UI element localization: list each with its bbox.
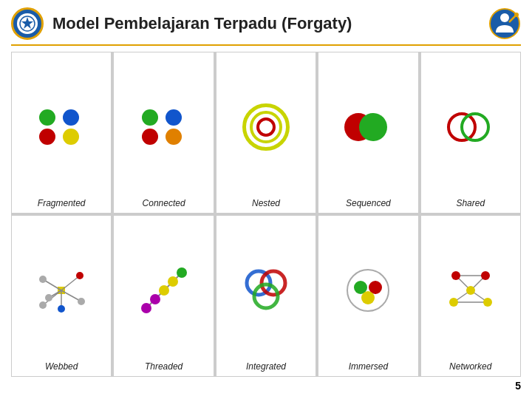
- svg-point-40: [449, 298, 458, 307]
- svg-point-37: [466, 286, 475, 295]
- svg-point-13: [76, 272, 83, 279]
- frag-c1: [39, 109, 55, 126]
- svg-point-22: [168, 276, 178, 287]
- svg-point-38: [451, 271, 460, 280]
- shared-ring-2: [460, 112, 490, 142]
- logo-svg: [18, 15, 36, 33]
- cell-integrated: Integrated: [216, 216, 316, 376]
- cell-shared: Shared: [421, 52, 520, 213]
- header: Model Pembelajaran Terpadu (Forgaty): [11, 7, 521, 46]
- svg-point-17: [45, 294, 52, 301]
- svg-point-23: [177, 267, 187, 278]
- conn-c3: [142, 129, 158, 145]
- fragmented-visual: [39, 109, 83, 145]
- model-grid: Fragmented Connected: [11, 52, 521, 377]
- svg-point-12: [39, 276, 47, 283]
- networked-svg: [445, 267, 497, 314]
- svg-point-19: [141, 303, 151, 313]
- seq-circle-2: [359, 113, 387, 141]
- svg-point-4: [514, 13, 519, 17]
- threaded-svg: [140, 267, 188, 314]
- frag-c2: [63, 109, 79, 126]
- svg-marker-1: [21, 17, 33, 29]
- webbed-label: Webbed: [45, 361, 78, 372]
- cell-immersed: Immersed: [318, 216, 417, 376]
- cell-webbed: Webbed: [12, 216, 111, 376]
- page-title: Model Pembelajaran Terpadu (Forgaty): [52, 14, 480, 33]
- svg-point-41: [483, 298, 492, 307]
- shared-visual: [447, 111, 494, 143]
- networked-visual: [445, 267, 497, 314]
- svg-point-39: [481, 271, 490, 280]
- conn-c2: [166, 109, 182, 126]
- immersed-visual: [344, 267, 392, 314]
- immersed-svg: [344, 267, 392, 314]
- cell-threaded: Threaded: [114, 216, 213, 376]
- svg-point-15: [58, 305, 65, 313]
- svg-point-20: [150, 294, 160, 304]
- cell-connected: Connected: [114, 52, 213, 213]
- cell-networked: Networked: [421, 216, 520, 376]
- integrated-svg: [242, 268, 290, 313]
- nested-ring-inner: [256, 117, 276, 137]
- page: Model Pembelajaran Terpadu (Forgaty) Fra…: [0, 0, 532, 399]
- threaded-label: Threaded: [145, 361, 183, 372]
- frag-c3: [39, 129, 55, 145]
- nested-label: Nested: [252, 198, 280, 208]
- sequenced-label: Sequenced: [346, 198, 391, 208]
- threaded-visual: [140, 267, 188, 314]
- header-right-icon: [488, 7, 521, 40]
- svg-point-30: [361, 291, 375, 304]
- logo-icon: [11, 7, 44, 40]
- svg-point-21: [159, 285, 169, 296]
- conn-c1: [142, 109, 158, 126]
- sequenced-visual: [344, 111, 392, 143]
- integrated-label: Integrated: [246, 361, 286, 372]
- svg-point-14: [78, 298, 85, 305]
- webbed-svg: [35, 265, 87, 316]
- integrated-visual: [242, 268, 290, 313]
- conn-c4: [166, 129, 182, 145]
- svg-point-3: [500, 13, 509, 22]
- connected-label: Connected: [143, 198, 185, 208]
- cell-nested: Nested: [216, 52, 316, 213]
- immersed-label: Immersed: [349, 361, 388, 372]
- svg-point-16: [39, 301, 47, 309]
- frag-c4: [63, 129, 79, 145]
- fragmented-label: Fragmented: [38, 198, 86, 208]
- page-number: 5: [11, 377, 521, 392]
- svg-point-27: [347, 270, 389, 311]
- networked-label: Networked: [449, 361, 491, 372]
- nested-visual: [242, 103, 290, 151]
- webbed-visual: [35, 265, 87, 316]
- connected-visual: [142, 109, 186, 145]
- cell-sequenced: Sequenced: [318, 52, 417, 213]
- shared-label: Shared: [456, 198, 485, 208]
- cell-fragmented: Fragmented: [12, 52, 111, 213]
